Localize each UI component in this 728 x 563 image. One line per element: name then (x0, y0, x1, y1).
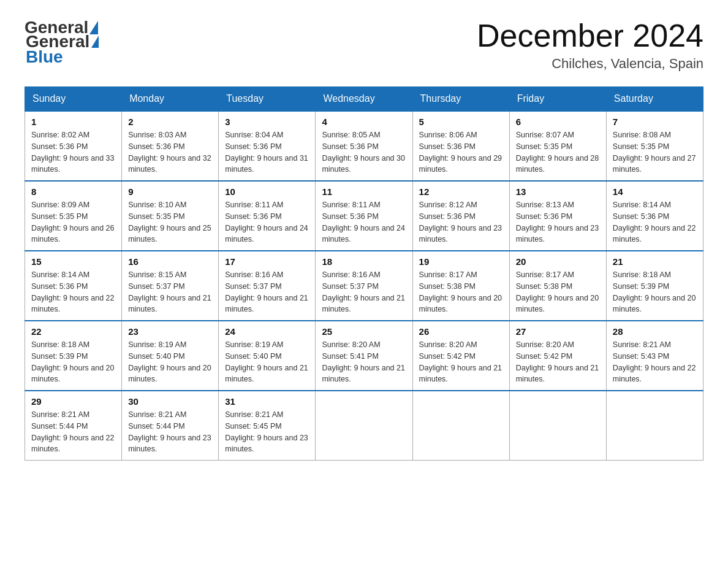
day-info: Sunrise: 8:21 AMSunset: 5:44 PMDaylight:… (31, 410, 115, 453)
logo-blue-text: Blue (26, 47, 63, 66)
day-info: Sunrise: 8:17 AMSunset: 5:38 PMDaylight:… (419, 270, 502, 313)
day-number: 15 (31, 256, 115, 267)
title-block: December 2024 Chilches, Valencia, Spain (477, 18, 703, 72)
day-info: Sunrise: 8:18 AMSunset: 5:39 PMDaylight:… (613, 270, 696, 313)
col-thursday: Thursday (412, 87, 509, 112)
table-row: 5 Sunrise: 8:06 AMSunset: 5:36 PMDayligh… (412, 111, 509, 181)
day-info: Sunrise: 8:21 AMSunset: 5:45 PMDaylight:… (225, 410, 308, 453)
day-number: 2 (128, 117, 212, 127)
day-number: 16 (128, 256, 212, 267)
table-row: 6 Sunrise: 8:07 AMSunset: 5:35 PMDayligh… (509, 111, 606, 181)
table-row: 25 Sunrise: 8:20 AMSunset: 5:41 PMDaylig… (316, 321, 412, 391)
day-number: 31 (225, 396, 309, 407)
day-number: 24 (225, 326, 309, 337)
table-row: 9 Sunrise: 8:10 AMSunset: 5:35 PMDayligh… (122, 181, 219, 251)
table-row: 10 Sunrise: 8:11 AMSunset: 5:36 PMDaylig… (219, 181, 316, 251)
col-wednesday: Wednesday (316, 87, 412, 112)
day-info: Sunrise: 8:09 AMSunset: 5:35 PMDaylight:… (31, 201, 115, 243)
day-info: Sunrise: 8:07 AMSunset: 5:35 PMDaylight:… (516, 131, 599, 174)
table-row (316, 391, 412, 461)
day-info: Sunrise: 8:08 AMSunset: 5:35 PMDaylight:… (613, 131, 696, 174)
table-row: 16 Sunrise: 8:15 AMSunset: 5:37 PMDaylig… (122, 251, 219, 321)
day-number: 25 (322, 326, 406, 337)
week-row-1: 1 Sunrise: 8:02 AMSunset: 5:36 PMDayligh… (25, 111, 703, 181)
table-row: 7 Sunrise: 8:08 AMSunset: 5:35 PMDayligh… (606, 111, 703, 181)
day-number: 27 (516, 326, 600, 337)
day-info: Sunrise: 8:14 AMSunset: 5:36 PMDaylight:… (31, 270, 115, 313)
week-row-2: 8 Sunrise: 8:09 AMSunset: 5:35 PMDayligh… (25, 181, 703, 251)
location-subtitle: Chilches, Valencia, Spain (477, 56, 703, 72)
table-row: 17 Sunrise: 8:16 AMSunset: 5:37 PMDaylig… (219, 251, 316, 321)
col-tuesday: Tuesday (219, 87, 316, 112)
day-info: Sunrise: 8:12 AMSunset: 5:36 PMDaylight:… (419, 201, 502, 243)
day-number: 22 (31, 326, 115, 337)
day-info: Sunrise: 8:19 AMSunset: 5:40 PMDaylight:… (128, 340, 211, 383)
table-row: 23 Sunrise: 8:19 AMSunset: 5:40 PMDaylig… (122, 321, 219, 391)
day-info: Sunrise: 8:14 AMSunset: 5:36 PMDaylight:… (613, 201, 696, 243)
day-info: Sunrise: 8:02 AMSunset: 5:36 PMDaylight:… (31, 131, 115, 174)
table-row (412, 391, 509, 461)
day-number: 23 (128, 326, 212, 337)
day-info: Sunrise: 8:18 AMSunset: 5:39 PMDaylight:… (31, 340, 115, 383)
table-row: 13 Sunrise: 8:13 AMSunset: 5:36 PMDaylig… (509, 181, 606, 251)
day-info: Sunrise: 8:21 AMSunset: 5:43 PMDaylight:… (613, 340, 696, 383)
table-row: 19 Sunrise: 8:17 AMSunset: 5:38 PMDaylig… (412, 251, 509, 321)
col-monday: Monday (122, 87, 219, 112)
day-number: 7 (613, 117, 697, 127)
day-info: Sunrise: 8:11 AMSunset: 5:36 PMDaylight:… (322, 201, 405, 243)
table-row: 15 Sunrise: 8:14 AMSunset: 5:36 PMDaylig… (25, 251, 122, 321)
day-number: 18 (322, 256, 406, 267)
day-number: 14 (613, 186, 697, 197)
table-row: 26 Sunrise: 8:20 AMSunset: 5:42 PMDaylig… (412, 321, 509, 391)
table-row: 18 Sunrise: 8:16 AMSunset: 5:37 PMDaylig… (316, 251, 412, 321)
day-number: 4 (322, 117, 406, 127)
table-row: 24 Sunrise: 8:19 AMSunset: 5:40 PMDaylig… (219, 321, 316, 391)
day-info: Sunrise: 8:04 AMSunset: 5:36 PMDaylight:… (225, 131, 308, 174)
day-info: Sunrise: 8:20 AMSunset: 5:41 PMDaylight:… (322, 340, 405, 383)
table-row: 30 Sunrise: 8:21 AMSunset: 5:44 PMDaylig… (122, 391, 219, 461)
month-year-title: December 2024 (477, 18, 703, 53)
calendar-table: Sunday Monday Tuesday Wednesday Thursday… (25, 86, 703, 461)
day-info: Sunrise: 8:05 AMSunset: 5:36 PMDaylight:… (322, 131, 405, 174)
day-number: 10 (225, 186, 309, 197)
day-number: 8 (31, 186, 115, 197)
day-info: Sunrise: 8:11 AMSunset: 5:36 PMDaylight:… (225, 201, 308, 243)
table-row: 2 Sunrise: 8:03 AMSunset: 5:36 PMDayligh… (122, 111, 219, 181)
day-info: Sunrise: 8:13 AMSunset: 5:36 PMDaylight:… (516, 201, 599, 243)
week-row-3: 15 Sunrise: 8:14 AMSunset: 5:36 PMDaylig… (25, 251, 703, 321)
day-info: Sunrise: 8:03 AMSunset: 5:36 PMDaylight:… (128, 131, 211, 174)
day-number: 13 (516, 186, 600, 197)
day-number: 1 (31, 117, 115, 127)
table-row: 1 Sunrise: 8:02 AMSunset: 5:36 PMDayligh… (25, 111, 122, 181)
table-row (606, 391, 703, 461)
week-row-5: 29 Sunrise: 8:21 AMSunset: 5:44 PMDaylig… (25, 391, 703, 461)
day-info: Sunrise: 8:16 AMSunset: 5:37 PMDaylight:… (225, 270, 308, 313)
logo: General General Blue (25, 18, 100, 66)
day-number: 3 (225, 117, 309, 127)
day-number: 17 (225, 256, 309, 267)
day-number: 28 (613, 326, 697, 337)
table-row: 20 Sunrise: 8:17 AMSunset: 5:38 PMDaylig… (509, 251, 606, 321)
table-row: 12 Sunrise: 8:12 AMSunset: 5:36 PMDaylig… (412, 181, 509, 251)
calendar-header-row: Sunday Monday Tuesday Wednesday Thursday… (25, 87, 703, 112)
col-saturday: Saturday (606, 87, 703, 112)
table-row: 21 Sunrise: 8:18 AMSunset: 5:39 PMDaylig… (606, 251, 703, 321)
day-number: 12 (419, 186, 503, 197)
day-info: Sunrise: 8:17 AMSunset: 5:38 PMDaylight:… (516, 270, 599, 313)
table-row: 11 Sunrise: 8:11 AMSunset: 5:36 PMDaylig… (316, 181, 412, 251)
table-row: 29 Sunrise: 8:21 AMSunset: 5:44 PMDaylig… (25, 391, 122, 461)
table-row: 14 Sunrise: 8:14 AMSunset: 5:36 PMDaylig… (606, 181, 703, 251)
day-number: 5 (419, 117, 503, 127)
day-info: Sunrise: 8:06 AMSunset: 5:36 PMDaylight:… (419, 131, 502, 174)
day-number: 21 (613, 256, 697, 267)
day-number: 9 (128, 186, 212, 197)
table-row (509, 391, 606, 461)
table-row: 4 Sunrise: 8:05 AMSunset: 5:36 PMDayligh… (316, 111, 412, 181)
day-info: Sunrise: 8:20 AMSunset: 5:42 PMDaylight:… (419, 340, 502, 383)
day-info: Sunrise: 8:20 AMSunset: 5:42 PMDaylight:… (516, 340, 599, 383)
day-number: 11 (322, 186, 406, 197)
col-sunday: Sunday (25, 87, 122, 112)
table-row: 3 Sunrise: 8:04 AMSunset: 5:36 PMDayligh… (219, 111, 316, 181)
day-number: 6 (516, 117, 600, 127)
day-info: Sunrise: 8:10 AMSunset: 5:35 PMDaylight:… (128, 201, 211, 243)
